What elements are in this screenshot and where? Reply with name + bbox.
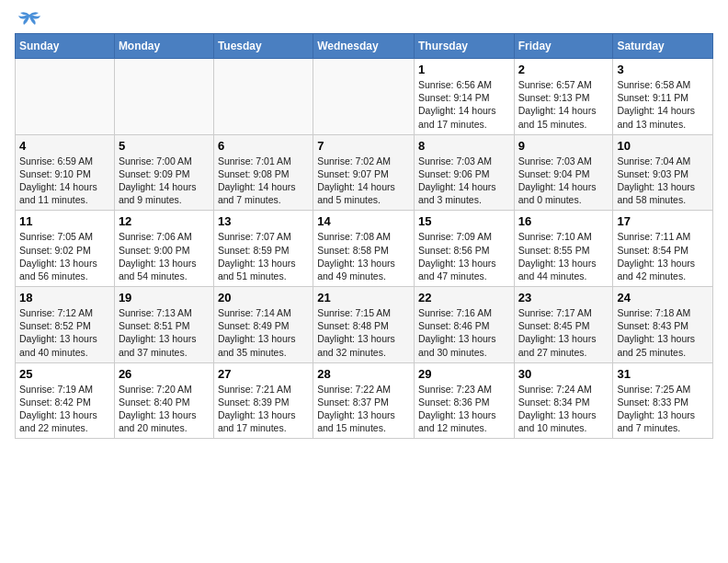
day-info: Sunrise: 7:04 AMSunset: 9:03 PMDaylight:… — [617, 155, 709, 207]
day-number: 29 — [418, 367, 510, 381]
day-number: 25 — [19, 367, 110, 381]
day-number: 7 — [317, 139, 410, 153]
day-info: Sunrise: 6:58 AMSunset: 9:11 PMDaylight:… — [617, 78, 709, 131]
calendar-week-row: 1Sunrise: 6:56 AMSunset: 9:14 PMDaylight… — [16, 59, 713, 135]
day-number: 17 — [617, 214, 709, 228]
calendar-cell — [313, 59, 415, 135]
calendar-cell: 28Sunrise: 7:22 AMSunset: 8:37 PMDayligh… — [313, 362, 415, 439]
calendar-cell: 29Sunrise: 7:23 AMSunset: 8:36 PMDayligh… — [414, 362, 514, 439]
calendar-cell: 26Sunrise: 7:20 AMSunset: 8:40 PMDayligh… — [114, 362, 213, 439]
day-number: 21 — [317, 291, 410, 304]
day-info: Sunrise: 7:00 AMSunset: 9:09 PMDaylight:… — [119, 155, 210, 207]
day-number: 1 — [418, 63, 510, 76]
calendar-cell: 24Sunrise: 7:18 AMSunset: 8:43 PMDayligh… — [613, 287, 713, 363]
day-number: 22 — [418, 291, 510, 304]
day-number: 3 — [617, 63, 709, 76]
calendar-cell: 10Sunrise: 7:04 AMSunset: 9:03 PMDayligh… — [613, 134, 713, 211]
day-number: 9 — [518, 139, 609, 153]
calendar-cell: 7Sunrise: 7:02 AMSunset: 9:07 PMDaylight… — [313, 134, 415, 211]
logo-bird-icon — [17, 11, 42, 31]
day-number: 16 — [518, 214, 609, 228]
calendar-cell: 21Sunrise: 7:15 AMSunset: 8:48 PMDayligh… — [313, 287, 415, 363]
day-info: Sunrise: 7:05 AMSunset: 9:02 PMDaylight:… — [19, 230, 110, 282]
day-info: Sunrise: 7:25 AMSunset: 8:33 PMDaylight:… — [617, 383, 709, 435]
calendar-cell: 18Sunrise: 7:12 AMSunset: 8:52 PMDayligh… — [16, 287, 115, 363]
page-header — [15, 15, 713, 28]
day-info: Sunrise: 7:06 AMSunset: 9:00 PMDaylight:… — [119, 230, 210, 282]
calendar-cell: 25Sunrise: 7:19 AMSunset: 8:42 PMDayligh… — [16, 362, 115, 439]
day-info: Sunrise: 7:18 AMSunset: 8:43 PMDaylight:… — [617, 306, 709, 359]
day-of-week-header: Wednesday — [313, 34, 415, 59]
day-number: 23 — [518, 291, 609, 304]
day-info: Sunrise: 7:13 AMSunset: 8:51 PMDaylight:… — [119, 306, 210, 359]
day-info: Sunrise: 7:23 AMSunset: 8:36 PMDaylight:… — [418, 383, 510, 435]
day-info: Sunrise: 7:03 AMSunset: 9:04 PMDaylight:… — [518, 155, 609, 207]
day-number: 13 — [218, 214, 309, 228]
day-info: Sunrise: 7:15 AMSunset: 8:48 PMDaylight:… — [317, 306, 410, 359]
day-info: Sunrise: 7:20 AMSunset: 8:40 PMDaylight:… — [119, 383, 210, 435]
day-of-week-header: Tuesday — [213, 34, 313, 59]
day-number: 24 — [617, 291, 709, 304]
day-number: 11 — [19, 214, 110, 228]
day-info: Sunrise: 7:16 AMSunset: 8:46 PMDaylight:… — [418, 306, 510, 359]
day-info: Sunrise: 7:01 AMSunset: 9:08 PMDaylight:… — [218, 155, 309, 207]
day-info: Sunrise: 6:59 AMSunset: 9:10 PMDaylight:… — [19, 155, 110, 207]
day-number: 19 — [119, 291, 210, 304]
day-number: 28 — [317, 367, 410, 381]
calendar-cell — [16, 59, 115, 135]
day-number: 26 — [119, 367, 210, 381]
day-info: Sunrise: 7:02 AMSunset: 9:07 PMDaylight:… — [317, 155, 410, 207]
calendar-cell: 31Sunrise: 7:25 AMSunset: 8:33 PMDayligh… — [613, 362, 713, 439]
calendar-cell: 1Sunrise: 6:56 AMSunset: 9:14 PMDaylight… — [414, 59, 514, 135]
calendar-week-row: 18Sunrise: 7:12 AMSunset: 8:52 PMDayligh… — [16, 287, 713, 363]
day-number: 30 — [518, 367, 609, 381]
calendar-cell: 12Sunrise: 7:06 AMSunset: 9:00 PMDayligh… — [114, 211, 213, 287]
day-number: 4 — [19, 139, 110, 153]
day-number: 10 — [617, 139, 709, 153]
calendar-cell: 5Sunrise: 7:00 AMSunset: 9:09 PMDaylight… — [114, 134, 213, 211]
day-info: Sunrise: 7:03 AMSunset: 9:06 PMDaylight:… — [418, 155, 510, 207]
day-info: Sunrise: 6:56 AMSunset: 9:14 PMDaylight:… — [418, 78, 510, 131]
calendar-cell: 8Sunrise: 7:03 AMSunset: 9:06 PMDaylight… — [414, 134, 514, 211]
calendar-header-row: SundayMondayTuesdayWednesdayThursdayFrid… — [16, 34, 713, 59]
calendar-cell: 14Sunrise: 7:08 AMSunset: 8:58 PMDayligh… — [313, 211, 415, 287]
day-info: Sunrise: 7:21 AMSunset: 8:39 PMDaylight:… — [218, 383, 309, 435]
day-number: 14 — [317, 214, 410, 228]
calendar-cell: 4Sunrise: 6:59 AMSunset: 9:10 PMDaylight… — [16, 134, 115, 211]
day-info: Sunrise: 7:24 AMSunset: 8:34 PMDaylight:… — [518, 383, 609, 435]
calendar-cell: 11Sunrise: 7:05 AMSunset: 9:02 PMDayligh… — [16, 211, 115, 287]
calendar-cell: 15Sunrise: 7:09 AMSunset: 8:56 PMDayligh… — [414, 211, 514, 287]
logo — [15, 15, 42, 28]
day-number: 27 — [218, 367, 309, 381]
calendar-table: SundayMondayTuesdayWednesdayThursdayFrid… — [15, 33, 713, 439]
day-info: Sunrise: 7:22 AMSunset: 8:37 PMDaylight:… — [317, 383, 410, 435]
day-info: Sunrise: 6:57 AMSunset: 9:13 PMDaylight:… — [518, 78, 609, 131]
calendar-cell: 16Sunrise: 7:10 AMSunset: 8:55 PMDayligh… — [514, 211, 613, 287]
day-info: Sunrise: 7:14 AMSunset: 8:49 PMDaylight:… — [218, 306, 309, 359]
day-info: Sunrise: 7:19 AMSunset: 8:42 PMDaylight:… — [19, 383, 110, 435]
calendar-week-row: 4Sunrise: 6:59 AMSunset: 9:10 PMDaylight… — [16, 134, 713, 211]
calendar-cell: 2Sunrise: 6:57 AMSunset: 9:13 PMDaylight… — [514, 59, 613, 135]
calendar-cell: 3Sunrise: 6:58 AMSunset: 9:11 PMDaylight… — [613, 59, 713, 135]
day-number: 12 — [119, 214, 210, 228]
day-info: Sunrise: 7:10 AMSunset: 8:55 PMDaylight:… — [518, 230, 609, 282]
calendar-cell: 27Sunrise: 7:21 AMSunset: 8:39 PMDayligh… — [213, 362, 313, 439]
day-of-week-header: Friday — [514, 34, 613, 59]
calendar-cell: 22Sunrise: 7:16 AMSunset: 8:46 PMDayligh… — [414, 287, 514, 363]
day-number: 2 — [518, 63, 609, 76]
day-info: Sunrise: 7:07 AMSunset: 8:59 PMDaylight:… — [218, 230, 309, 282]
calendar-cell: 30Sunrise: 7:24 AMSunset: 8:34 PMDayligh… — [514, 362, 613, 439]
calendar-cell: 13Sunrise: 7:07 AMSunset: 8:59 PMDayligh… — [213, 211, 313, 287]
calendar-cell: 6Sunrise: 7:01 AMSunset: 9:08 PMDaylight… — [213, 134, 313, 211]
calendar-cell: 17Sunrise: 7:11 AMSunset: 8:54 PMDayligh… — [613, 211, 713, 287]
day-of-week-header: Saturday — [613, 34, 713, 59]
calendar-week-row: 11Sunrise: 7:05 AMSunset: 9:02 PMDayligh… — [16, 211, 713, 287]
day-of-week-header: Thursday — [414, 34, 514, 59]
day-number: 6 — [218, 139, 309, 153]
day-number: 18 — [19, 291, 110, 304]
calendar-cell — [213, 59, 313, 135]
day-number: 15 — [418, 214, 510, 228]
calendar-cell — [114, 59, 213, 135]
calendar-cell: 23Sunrise: 7:17 AMSunset: 8:45 PMDayligh… — [514, 287, 613, 363]
day-info: Sunrise: 7:17 AMSunset: 8:45 PMDaylight:… — [518, 306, 609, 359]
